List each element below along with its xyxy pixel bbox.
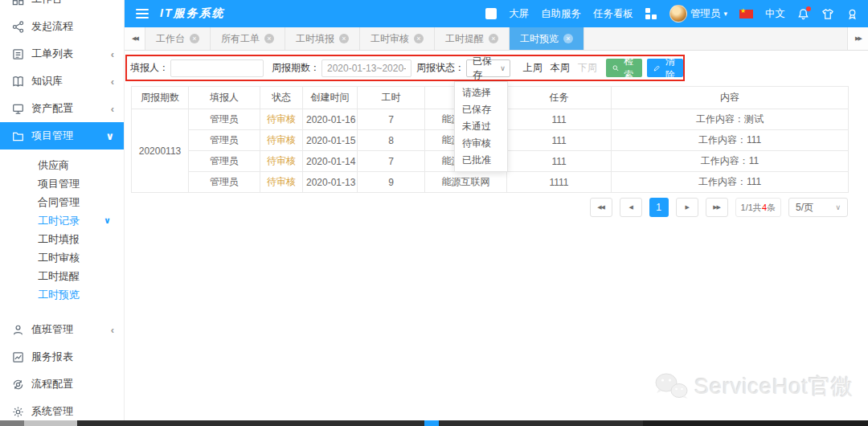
page-info: 1/1共4条 — [735, 198, 781, 217]
dropdown-option-saved[interactable]: 已保存 — [455, 101, 507, 118]
nav-task-board[interactable]: 任务看板 — [593, 7, 633, 21]
sidebar-item-system-management[interactable]: 系统管理 — [0, 398, 124, 420]
sidebar: 工作台 发起流程 工单列表 ‹ 知识库 ‹ — [0, 0, 125, 420]
app-grid-icon[interactable] — [645, 8, 657, 20]
sidebar-subitem-supplier[interactable]: 供应商 — [0, 156, 124, 174]
reporter-input[interactable] — [170, 59, 264, 77]
period-input[interactable] — [321, 59, 411, 77]
next-week-link: 下周 — [578, 61, 597, 75]
sidebar-subitem-project-management[interactable]: 项目管理 — [0, 174, 124, 193]
first-page-button[interactable]: ◀◀ — [590, 198, 612, 217]
tabs-scroll-left-icon[interactable]: ◀◀ — [125, 27, 145, 50]
tab-all-tickets[interactable]: 所有工单 × — [211, 27, 285, 50]
tab-timesheet-review[interactable]: 工时审核 × — [360, 27, 435, 50]
col-reporter: 填报人 — [189, 87, 260, 109]
sidebar-item-project-management[interactable]: 项目管理 ∨ — [0, 122, 124, 150]
sidebar-subitem-timesheet-record[interactable]: 工时记录∨ — [0, 211, 124, 230]
status-label: 周报状态： — [416, 61, 465, 75]
last-page-button[interactable]: ▶▶ — [706, 198, 728, 217]
hamburger-menu-icon[interactable] — [136, 6, 149, 21]
pencil-icon — [653, 63, 660, 73]
last-week-link[interactable]: 上周 — [523, 61, 542, 75]
bottom-taskbar-strip — [0, 420, 868, 426]
table-row[interactable]: 管理员 待审核 2020-01-13 9 能源互联网 1111 工作内容：111 — [132, 172, 849, 193]
sidebar-item-ticket-list[interactable]: 工单列表 ‹ — [0, 40, 124, 68]
dropdown-option-pending[interactable]: 待审核 — [455, 135, 507, 152]
person-icon — [11, 323, 24, 336]
sidebar-item-workbench[interactable]: 工作台 — [0, 0, 124, 13]
sidebar-subitem-contract-management[interactable]: 合同管理 — [0, 193, 124, 211]
sidebar-subitem-timesheet-review[interactable]: 工时审核 — [0, 248, 124, 267]
sidebar-item-label: 资产配置 — [31, 101, 111, 116]
reporter-label: 填报人： — [130, 61, 169, 75]
sidebar-item-service-report[interactable]: 服务报表 — [0, 343, 124, 371]
gear-icon — [11, 405, 24, 418]
chevron-left-icon: ‹ — [111, 103, 114, 115]
user-name: 管理员 — [690, 7, 721, 21]
tab-close-icon[interactable]: × — [414, 34, 424, 43]
tab-workbench[interactable]: 工作台 × — [145, 27, 211, 50]
dropdown-option-approved[interactable]: 已批准 — [455, 152, 507, 169]
tabs-scroll-right-icon[interactable]: ▶▶ — [847, 27, 868, 50]
tab-timesheet-preview[interactable]: 工时预览 × — [510, 27, 584, 50]
clear-button[interactable]: 清除 — [647, 59, 683, 77]
status-dropdown-panel: 请选择 已保存 未通过 待审核 已批准 — [454, 81, 508, 172]
notification-bell-icon[interactable] — [797, 8, 809, 20]
sidebar-subitem-timesheet-remind[interactable]: 工时提醒 — [0, 267, 124, 285]
sidebar-item-label: 流程配置 — [31, 377, 114, 391]
col-task: 任务 — [507, 87, 612, 109]
col-period: 周报期数 — [132, 87, 189, 109]
sidebar-item-launch-flow[interactable]: 发起流程 — [0, 13, 124, 40]
caret-down-icon: ▾ — [723, 10, 727, 18]
sidebar-item-process-config[interactable]: 流程配置 — [0, 371, 124, 398]
sidebar-subitem-timesheet-fill[interactable]: 工时填报 — [0, 230, 124, 248]
this-week-link[interactable]: 本周 — [551, 61, 570, 75]
tab-close-icon[interactable]: × — [339, 34, 349, 43]
status-badge: 待审核 — [260, 130, 303, 151]
avatar — [669, 5, 687, 23]
top-header-bar: IT服务系统 大屏 自助服务 任务看板 管理员 ▾ ★ 中文 — [125, 0, 868, 27]
book-icon — [11, 75, 24, 88]
period-label: 周报期数： — [272, 61, 320, 75]
sidebar-item-duty-management[interactable]: 值班管理 ‹ — [0, 316, 124, 343]
tab-close-icon[interactable]: × — [264, 34, 274, 43]
current-page-button[interactable]: 1 — [649, 198, 669, 217]
watermark-text: ServiceHot官微 — [694, 372, 854, 401]
sidebar-item-knowledge-base[interactable]: 知识库 ‹ — [0, 68, 124, 95]
tab-close-icon[interactable]: × — [489, 34, 498, 43]
medal-icon[interactable] — [846, 8, 858, 20]
chevron-left-icon: ‹ — [111, 324, 114, 336]
theme-tshirt-icon[interactable] — [821, 8, 834, 20]
col-created: 创建时间 — [303, 87, 358, 109]
nav-self-service[interactable]: 自助服务 — [541, 7, 581, 21]
status-badge: 待审核 — [260, 109, 303, 130]
sidebar-subitem-timesheet-preview[interactable]: 工时预览 — [0, 285, 124, 304]
folder-icon — [11, 129, 24, 142]
tab-close-icon[interactable]: × — [563, 34, 573, 43]
sidebar-item-asset-config[interactable]: 资产配置 ‹ — [0, 95, 124, 122]
china-flag-icon[interactable]: ★ — [739, 10, 753, 18]
status-select[interactable]: 已保存 ∨ — [466, 59, 510, 77]
sidebar-item-label: 系统管理 — [31, 404, 114, 419]
wechat-icon — [653, 371, 690, 402]
chevron-down-icon: ∨ — [835, 203, 841, 211]
next-page-button[interactable]: ▶ — [676, 198, 698, 217]
language-switch[interactable]: 中文 — [765, 7, 785, 21]
tab-close-icon[interactable]: × — [190, 34, 199, 43]
col-status: 状态 — [260, 87, 303, 109]
sidebar-item-label: 服务报表 — [31, 350, 114, 364]
tab-timesheet-remind[interactable]: 工时提醒 × — [435, 27, 510, 50]
prev-page-button[interactable]: ◀ — [620, 198, 642, 217]
nav-big-screen[interactable]: 大屏 — [509, 7, 529, 21]
sidebar-item-label: 值班管理 — [31, 322, 111, 337]
user-menu[interactable]: 管理员 ▾ — [669, 5, 727, 23]
search-button[interactable]: 检索 — [606, 59, 642, 77]
chevron-down-icon: ∨ — [105, 130, 114, 142]
dropdown-option-please-select[interactable]: 请选择 — [455, 84, 507, 101]
workbench-grid-icon — [11, 0, 24, 6]
tab-timesheet-fill[interactable]: 工时填报 × — [285, 27, 360, 50]
dropdown-option-rejected[interactable]: 未通过 — [455, 118, 507, 135]
fullscreen-icon[interactable] — [485, 8, 497, 19]
status-badge: 待审核 — [260, 151, 303, 172]
page-size-select[interactable]: 5/页 ∨ — [788, 198, 848, 217]
